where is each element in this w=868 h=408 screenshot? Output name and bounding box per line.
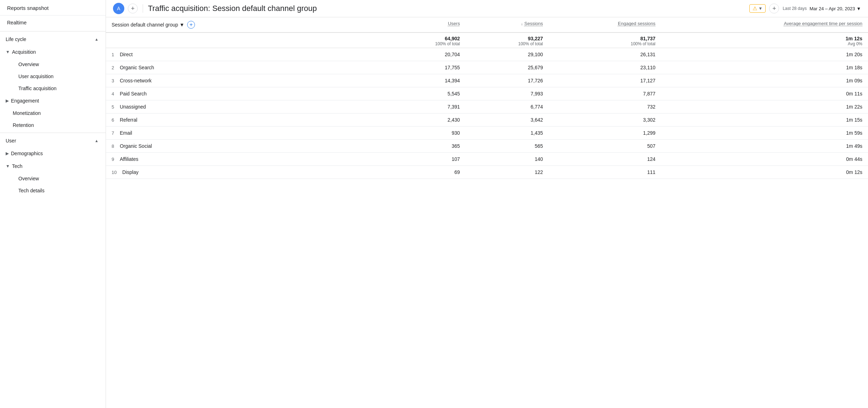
row-number: 2 <box>112 65 114 70</box>
sidebar-category-tech[interactable]: ▼ Tech <box>0 160 106 173</box>
cell-engaged: 507 <box>549 140 661 153</box>
lifecycle-label: Life cycle <box>6 36 26 42</box>
channel-name[interactable]: Email <box>120 130 132 136</box>
add-dimension-button[interactable]: + <box>187 21 195 29</box>
sidebar-item-realtime[interactable]: Realtime <box>0 16 106 30</box>
sidebar-category-demographics[interactable]: ▶ Demographics <box>0 147 106 160</box>
cell-avg: 1m 15s <box>661 113 868 127</box>
channel-name[interactable]: Organic Social <box>120 143 152 149</box>
row-number: 10 <box>112 170 117 175</box>
cell-avg: 1m 22s <box>661 100 868 113</box>
table-row: 1 Direct 20,704 29,100 26,131 1m 20s <box>106 48 868 61</box>
user-section-header[interactable]: User ▲ <box>0 134 106 147</box>
channel-name[interactable]: Affiliates <box>120 156 138 162</box>
cell-sessions: 7,993 <box>465 87 548 100</box>
data-table-container: Session default channel group ▼ + Users <box>106 17 868 179</box>
channel-name[interactable]: Direct <box>120 52 133 57</box>
cell-engaged: 7,877 <box>549 87 661 100</box>
table-header-row: Session default channel group ▼ + Users <box>106 17 868 33</box>
channel-name[interactable]: Paid Search <box>120 91 147 97</box>
channel-name[interactable]: Referral <box>120 117 137 123</box>
sidebar-item-overview[interactable]: Overview <box>0 58 101 70</box>
cell-sessions: 122 <box>465 166 548 179</box>
row-number: 8 <box>112 144 114 149</box>
row-number: 1 <box>112 52 114 57</box>
channel-name[interactable]: Unassigned <box>120 104 146 110</box>
divider <box>0 31 106 31</box>
avatar: A <box>113 3 124 14</box>
row-number: 6 <box>112 117 114 123</box>
channel-name[interactable]: Display <box>122 169 138 175</box>
totals-row: 64,902 100% of total 93,227 100% of tota… <box>106 33 868 48</box>
sidebar-category-engagement[interactable]: ▶ Engagement <box>0 94 106 107</box>
reports-snapshot-link[interactable]: Reports snapshot <box>0 0 106 16</box>
sidebar-item-user-acquisition[interactable]: User acquisition <box>0 70 101 82</box>
lifecycle-chevron: ▲ <box>95 37 99 41</box>
acquisition-label: Acquisition <box>12 49 36 55</box>
sort-icon: ↓ <box>521 22 523 26</box>
add-report-button[interactable]: + <box>128 4 138 13</box>
table-row: 10 Display 69 122 111 0m 12s <box>106 166 868 179</box>
cell-users: 5,545 <box>382 87 465 100</box>
cell-sessions: 565 <box>465 140 548 153</box>
cell-avg: 0m 44s <box>661 153 868 166</box>
cell-avg: 1m 59s <box>661 127 868 140</box>
cell-sessions: 25,679 <box>465 61 548 74</box>
cell-users: 107 <box>382 153 465 166</box>
cell-users: 17,755 <box>382 61 465 74</box>
totals-sessions: 93,227 100% of total <box>465 33 548 48</box>
channel-name[interactable]: Organic Search <box>120 65 154 70</box>
table-row: 7 Email 930 1,435 1,299 1m 59s <box>106 127 868 140</box>
acquisition-arrow: ▼ <box>6 49 10 54</box>
warning-icon: ⚠ <box>753 5 757 12</box>
col-header-avg-engagement: Average engagement time per session <box>661 17 868 33</box>
cell-avg: 1m 09s <box>661 74 868 87</box>
cell-avg: 1m 49s <box>661 140 868 153</box>
engagement-label: Engagement <box>11 98 39 104</box>
user-section-label: User <box>6 138 16 144</box>
sidebar-item-monetization[interactable]: Monetization <box>0 107 101 119</box>
cell-engaged: 732 <box>549 100 661 113</box>
channel-name[interactable]: Cross-network <box>120 78 151 83</box>
table-row: 3 Cross-network 14,394 17,726 17,127 1m … <box>106 74 868 87</box>
cell-users: 2,430 <box>382 113 465 127</box>
cell-users: 69 <box>382 166 465 179</box>
cell-engaged: 111 <box>549 166 661 179</box>
tech-label: Tech <box>12 163 23 169</box>
table-row: 2 Organic Search 17,755 25,679 23,110 1m… <box>106 61 868 74</box>
table-row: 9 Affiliates 107 140 124 0m 44s <box>106 153 868 166</box>
col-header-users: Users <box>382 17 465 33</box>
tech-arrow: ▼ <box>6 164 10 169</box>
sidebar-category-acquisition[interactable]: ▼ Acquisition <box>0 46 106 58</box>
cell-users: 930 <box>382 127 465 140</box>
date-range-selector[interactable]: Last 28 days Mar 24 – Apr 20, 2023 ▼ <box>783 6 861 11</box>
sidebar-item-retention[interactable]: Retention <box>0 119 101 131</box>
cell-engaged: 3,302 <box>549 113 661 127</box>
row-number: 3 <box>112 78 114 83</box>
user-chevron: ▲ <box>95 139 99 143</box>
cell-users: 365 <box>382 140 465 153</box>
dropdown-arrow-icon: ▼ <box>179 22 184 28</box>
cell-users: 7,391 <box>382 100 465 113</box>
cell-engaged: 17,127 <box>549 74 661 87</box>
page-header: A + Traffic acquisition: Session default… <box>106 0 868 17</box>
row-number: 5 <box>112 104 114 110</box>
cell-avg: 0m 11s <box>661 87 868 100</box>
header-divider <box>143 4 143 13</box>
warning-badge[interactable]: ⚠ ▼ <box>749 4 766 13</box>
col-header-sessions: ↓ Sessions <box>465 17 548 33</box>
cell-engaged: 23,110 <box>549 61 661 74</box>
totals-avg: 1m 12s Avg 0% <box>661 33 868 48</box>
cell-sessions: 140 <box>465 153 548 166</box>
sidebar-item-tech-details[interactable]: Tech details <box>0 185 101 197</box>
table-row: 5 Unassigned 7,391 6,774 732 1m 22s <box>106 100 868 113</box>
totals-label <box>106 33 382 48</box>
lifecycle-section-header[interactable]: Life cycle ▲ <box>0 33 106 46</box>
sidebar-item-tech-overview[interactable]: Overview <box>0 173 101 185</box>
add-comparison-button[interactable]: + <box>769 4 779 13</box>
engagement-arrow: ▶ <box>6 98 9 103</box>
demographics-label: Demographics <box>11 151 43 156</box>
channel-filter-dropdown[interactable]: Session default channel group ▼ <box>112 22 184 28</box>
sidebar-item-traffic-acquisition[interactable]: Traffic acquisition <box>0 82 101 94</box>
date-dropdown-icon: ▼ <box>856 6 861 11</box>
